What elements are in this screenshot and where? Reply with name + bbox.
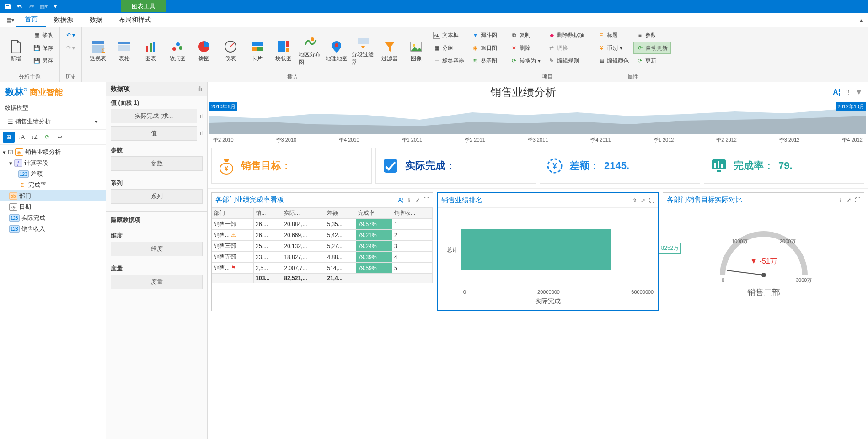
groupbox-button[interactable]: ▦分组 [430,42,467,54]
history-undo[interactable]: ↶ ▾ [64,29,78,41]
ai-icon[interactable]: A¦ [833,88,840,97]
save-button[interactable]: 💾保存 [30,42,56,54]
table-row[interactable]: 销售一部26,...20,884,...5,35...79.57%1 [212,219,433,230]
tree-dept[interactable]: ab 部门 [0,190,106,201]
panel-gauge[interactable]: 各部门销售目标实际对比 ⇪ ⤢ ⛶ 0 1000万 2000万 [663,192,864,311]
tab-data[interactable]: 数据 [81,13,111,27]
bar-icon[interactable]: ıl [200,113,203,119]
tree-root[interactable]: ▾ ☑ ◉ 销售业绩分析 [0,147,106,158]
map-button[interactable]: 地理地图 [324,29,349,72]
editcolor-button[interactable]: ▦编辑颜色 [595,55,632,67]
redo-icon[interactable] [26,1,38,12]
table-header[interactable]: 差额 [325,208,356,219]
refresh-button[interactable]: ⟳更新 [633,55,671,67]
dp-config-icon[interactable]: ılı [197,85,203,93]
grid-dropdown-icon[interactable]: ▦▾ [38,1,49,12]
maximize-icon[interactable]: ⛶ [855,197,860,203]
slot-series[interactable]: 系列 [111,189,203,204]
table-row[interactable]: 销售... ⚠26,...20,669,...5,42...79.21%2 [212,230,433,241]
scatter-button[interactable]: 散点图 [165,29,190,72]
currency-button[interactable]: ¥币别▾ [595,42,632,54]
tree-actual[interactable]: 123 实际完成 [0,212,106,223]
drill-icon[interactable]: ⤢ [847,197,851,203]
slot-actual[interactable]: 实际完成 (求... [111,109,197,123]
collapse-ribbon-icon[interactable]: ▴ [858,15,864,25]
card-button[interactable]: 卡片 [245,29,269,72]
image-button[interactable]: 图像 [404,29,429,72]
adjust-button[interactable]: ⇄调换 [545,42,587,54]
pivot-button[interactable]: Σ透视表 [86,29,110,72]
slot-dim[interactable]: 维度 [111,242,203,256]
rangefilter-button[interactable]: 分段过滤器 [351,29,375,72]
undo-tree-icon[interactable]: ↩ [54,132,66,143]
reload-icon[interactable]: ⟳ [41,132,53,143]
undo-icon[interactable] [14,1,26,12]
gauge-button[interactable]: 仪表 [218,29,243,72]
table-row[interactable]: 销售五部23,...18,827,...4,88...79.39%4 [212,252,433,263]
tree-revenue[interactable]: 123 销售收入 [0,223,106,234]
maximize-icon[interactable]: ⛶ [423,197,429,203]
slot-measure[interactable]: 度量 [111,275,203,289]
timeline[interactable]: 2010年6月 2012年10月 季2 2010 季3 2010 季4 2010… [209,102,866,143]
table-header[interactable]: 实际... [282,208,325,219]
sunburst-button[interactable]: ◉旭日图 [469,42,500,54]
export-icon[interactable]: ⇪ [407,197,412,203]
panel-bar[interactable]: 销售业绩排名 ⇪ ⤢ ⛶ 总计 8252万 [437,192,659,311]
tab-home[interactable]: 首页 [16,13,46,27]
textbox-button[interactable]: AB文本框 [430,29,467,41]
tree-date[interactable]: ◷ 日期 [0,201,106,212]
slot-params[interactable]: 参数 [111,156,203,171]
chart-button[interactable]: 图表 [139,29,163,72]
save-icon[interactable] [2,1,14,12]
maximize-icon[interactable]: ⛶ [649,197,654,204]
table-header[interactable]: 部门 [212,208,254,219]
model-select[interactable]: ☰ 销售业绩分析 ▾ [5,116,101,127]
delete-button[interactable]: ✕删除 [508,42,543,54]
history-redo[interactable]: ↷ ▾ [64,42,78,54]
kpi-actual[interactable]: 实际完成： [375,148,536,184]
autoupdate-button[interactable]: ⟳自动更新 [633,42,671,54]
filter-canvas-icon[interactable]: ▼ [855,88,863,97]
export-icon[interactable]: ⇪ [632,197,637,204]
saveas-button[interactable]: 💾另存 [30,55,56,67]
editrule-button[interactable]: ✎编辑规则 [545,55,587,67]
tree-structure-icon[interactable]: ⊞ [3,132,15,143]
pie-button[interactable]: 饼图 [192,29,216,72]
time-from-tag[interactable]: 2010年6月 [209,102,237,111]
ai-icon[interactable]: A¦ [398,197,403,203]
time-to-tag[interactable]: 2012年10月 [836,102,866,111]
convert-button[interactable]: ⟳转换为▾ [508,55,543,67]
bar-icon[interactable]: ıl [200,130,203,137]
block-button[interactable]: 块状图 [271,29,296,72]
app-menu-icon[interactable]: ▤▾ [4,14,16,26]
kpi-rate[interactable]: 完成率：79. [704,148,864,184]
new-button[interactable]: 新增 [4,29,28,72]
kpi-diff[interactable]: ¥ 差额：2145. [540,148,700,184]
geo-button[interactable]: 地区分布图 [298,29,322,72]
drill-icon[interactable]: ⤢ [641,197,645,204]
modify-button[interactable]: ▦修改 [30,29,56,41]
export-icon[interactable]: ⇪ [845,88,851,97]
kpi-target[interactable]: ¥ 销售目标： [211,148,372,184]
sankey-button[interactable]: ≋桑基图 [469,55,500,67]
drill-icon[interactable]: ⤢ [415,197,420,203]
deldata-button[interactable]: ◆删除数据项 [545,29,587,41]
tree-calc[interactable]: ▾ ƒ 计算字段 [0,158,106,169]
table-row[interactable]: 销售三部25,...20,132,...5,27...79.24%3 [212,241,433,252]
table-header[interactable]: 完成率 [356,208,392,219]
funnel-button[interactable]: ▼漏斗图 [469,29,500,41]
sort-za-icon[interactable]: ↓Z [28,132,40,143]
tree-rate[interactable]: Σ 完成率 [0,180,106,190]
table-button[interactable]: 表格 [112,29,137,72]
table-header[interactable]: 销售收... [392,208,433,219]
tab-layout[interactable]: 布局和样式 [111,13,159,27]
tabcontainer-button[interactable]: ▭标签容器 [430,55,467,67]
table-header[interactable]: 销... [254,208,282,219]
copy-button[interactable]: ⧉复制 [508,29,543,41]
export-icon[interactable]: ⇪ [838,197,843,203]
sort-az-icon[interactable]: ↓A [16,132,27,143]
filter-button[interactable]: 过滤器 [377,29,402,72]
dropdown-icon[interactable]: ▾ [49,1,61,12]
tree-diff[interactable]: 123 差额 [0,169,106,180]
panel-table[interactable]: 各部门业绩完成率看板 A¦ ⇪ ⤢ ⛶ 部门销...实际...差额完成率销售收.… [211,192,433,311]
